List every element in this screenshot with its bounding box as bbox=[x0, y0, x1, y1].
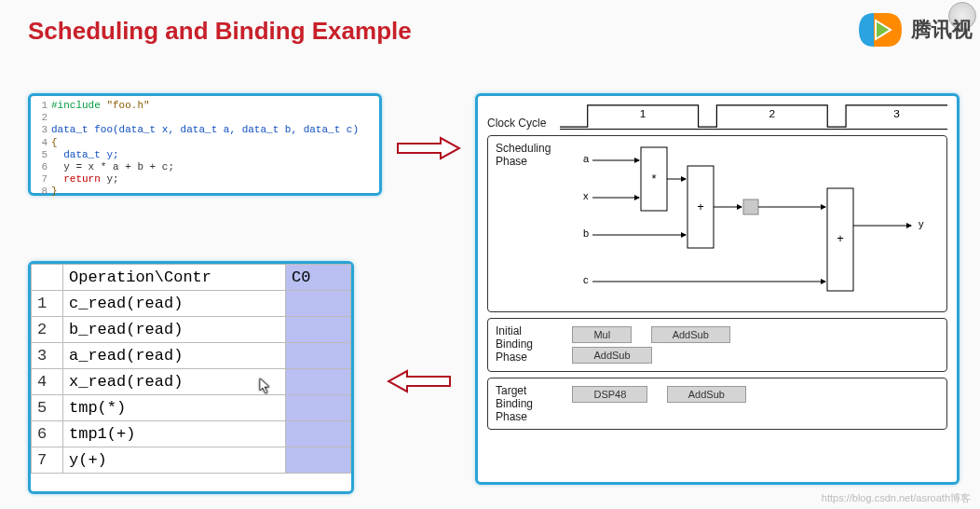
row-op: x_read(read) bbox=[63, 369, 286, 395]
row-op: c_read(read) bbox=[63, 291, 286, 317]
svg-text:a: a bbox=[583, 153, 590, 164]
table-row: 1 c_read(read) bbox=[32, 291, 351, 317]
row-c0 bbox=[286, 395, 351, 421]
code-line: 1#include "foo.h" bbox=[36, 100, 374, 112]
target-binding-box: Target Binding Phase DSP48 AddSub bbox=[487, 378, 947, 430]
table-row: 7 y(+) bbox=[32, 447, 351, 474]
row-num: 3 bbox=[32, 343, 63, 369]
arrow-left-icon bbox=[387, 368, 452, 394]
code-line: 2 bbox=[36, 112, 374, 124]
clock-waveform: 1 2 3 bbox=[560, 102, 947, 130]
table-row: 6 tmp1(+) bbox=[32, 421, 351, 447]
table-row: 3 a_read(read) bbox=[32, 343, 351, 369]
table-row: 5 tmp(*) bbox=[32, 395, 351, 421]
code-line: 6 y = x * a + b + c; bbox=[36, 161, 374, 173]
code-line: 8} bbox=[36, 186, 374, 198]
table-header-blank bbox=[32, 265, 63, 291]
row-num: 2 bbox=[32, 317, 63, 343]
table-row: 4 x_read(read) bbox=[32, 369, 351, 395]
row-op: tmp(*) bbox=[63, 395, 286, 421]
bind-addsub-target: AddSub bbox=[667, 386, 746, 403]
scheduling-phase-title: Scheduling Phase bbox=[496, 142, 561, 168]
scheduling-phase-box: Scheduling Phase a x b c y * + bbox=[487, 135, 947, 312]
svg-text:*: * bbox=[652, 172, 657, 186]
operation-table: Operation\Contr C0 1 c_read(read) 2 b_re… bbox=[28, 261, 354, 494]
row-c0 bbox=[286, 343, 351, 369]
code-line: 5 data_t y; bbox=[36, 149, 374, 161]
diagram-panel: Clock Cycle 1 2 3 Scheduling Phase a x b… bbox=[475, 93, 960, 485]
cycle-1: 1 bbox=[640, 108, 647, 120]
code-line: 3data_t foo(data_t x, data_t a, data_t b… bbox=[36, 124, 374, 136]
row-op: y(+) bbox=[63, 447, 286, 474]
row-num: 4 bbox=[32, 369, 63, 395]
row-c0 bbox=[286, 447, 351, 474]
row-op: tmp1(+) bbox=[63, 421, 286, 447]
code-panel: 1#include "foo.h"23data_t foo(data_t x, … bbox=[28, 93, 382, 196]
svg-text:x: x bbox=[583, 190, 589, 201]
row-c0 bbox=[286, 369, 351, 395]
row-num: 7 bbox=[32, 447, 63, 474]
row-c0 bbox=[286, 291, 351, 317]
arrow-right-icon bbox=[396, 135, 461, 161]
bind-dsp48: DSP48 bbox=[572, 386, 647, 403]
clock-label: Clock Cycle bbox=[487, 117, 560, 130]
svg-text:y: y bbox=[919, 218, 924, 229]
page-title: Scheduling and Binding Example bbox=[0, 0, 980, 46]
table-header-c0: C0 bbox=[286, 265, 351, 291]
row-num: 5 bbox=[32, 395, 63, 421]
initial-binding-box: Initial Binding Phase Mul AddSub AddSub bbox=[487, 318, 947, 372]
row-c0 bbox=[286, 421, 351, 447]
watermark-text: https://blog.csdn.net/asroath博客 bbox=[822, 491, 971, 505]
svg-text:b: b bbox=[583, 227, 589, 239]
initial-binding-title: Initial Binding Phase bbox=[496, 324, 561, 364]
row-op: b_read(read) bbox=[63, 317, 286, 343]
row-c0 bbox=[286, 317, 351, 343]
row-num: 6 bbox=[32, 421, 63, 447]
code-line: 4{ bbox=[36, 137, 374, 149]
cycle-3: 3 bbox=[893, 108, 900, 120]
code-line: 7 return y; bbox=[36, 173, 374, 186]
svg-text:+: + bbox=[698, 199, 705, 213]
tencent-logo-text: 腾讯视 bbox=[911, 16, 973, 44]
bind-addsub-2: AddSub bbox=[572, 347, 651, 364]
row-num: 1 bbox=[32, 291, 63, 317]
mouse-cursor-icon bbox=[259, 378, 272, 394]
target-binding-title: Target Binding Phase bbox=[496, 384, 561, 423]
tencent-logo: 腾讯视 bbox=[857, 11, 973, 48]
cycle-2: 2 bbox=[769, 108, 776, 120]
table-row: 2 b_read(read) bbox=[32, 317, 351, 343]
svg-rect-15 bbox=[743, 199, 758, 214]
table-header-row: Operation\Contr C0 bbox=[32, 265, 351, 291]
table-header-op: Operation\Contr bbox=[63, 265, 286, 291]
row-op: a_read(read) bbox=[63, 343, 286, 369]
scheduling-diagram: a x b c y * + + bbox=[565, 142, 937, 300]
bind-addsub-1: AddSub bbox=[651, 326, 730, 343]
svg-text:+: + bbox=[837, 231, 845, 245]
tencent-play-icon bbox=[857, 11, 904, 48]
bind-mul: Mul bbox=[572, 326, 632, 343]
svg-text:c: c bbox=[583, 274, 589, 285]
